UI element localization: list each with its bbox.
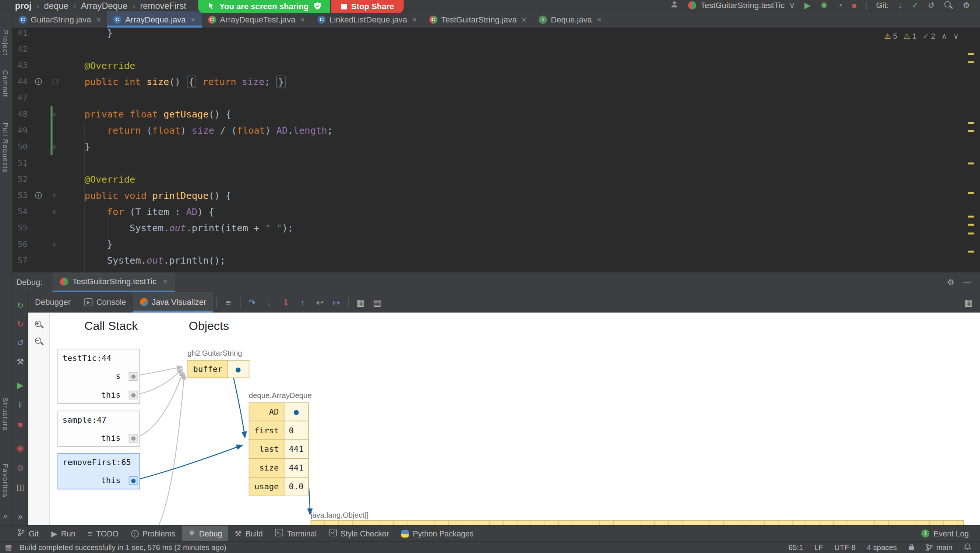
debug-session-tab[interactable]: TestGuitarString.testTic × xyxy=(52,273,175,292)
stack-frame-removefirst[interactable]: removeFirst:65this xyxy=(57,453,140,489)
force-step-into-icon[interactable]: ⇓ xyxy=(278,297,294,307)
minimize-icon[interactable]: — xyxy=(963,277,971,287)
settings-gear-icon[interactable]: ⚙ xyxy=(963,1,970,10)
error-stripe-mark[interactable] xyxy=(968,53,974,55)
step-out-icon[interactable]: ↑ xyxy=(294,297,312,307)
rail-more-icon[interactable]: » xyxy=(3,512,7,520)
rail-item-commit[interactable]: Commit xyxy=(2,70,9,97)
step-into-icon[interactable]: ↓ xyxy=(261,297,278,307)
close-icon[interactable]: × xyxy=(301,15,305,24)
filter-icon[interactable]: ▤ xyxy=(369,297,386,307)
rerun-icon[interactable]: ↻ xyxy=(13,301,28,310)
toolwindow-button-debug[interactable]: Debug xyxy=(181,526,228,541)
close-icon[interactable]: × xyxy=(597,15,601,24)
stack-frame-testtic[interactable]: testTic:44sthis xyxy=(57,349,140,403)
notifications-bell-icon[interactable] xyxy=(964,543,971,552)
editor-tab-testguitarstring[interactable]: CTestGuitarString.java× xyxy=(423,11,533,28)
settings-wrench-icon[interactable]: ⚒ xyxy=(13,357,28,366)
breadcrumb-item[interactable]: removeFirst xyxy=(140,0,186,10)
mute-breakpoints-icon[interactable]: ⊘ xyxy=(13,463,28,472)
rerun-failed-icon[interactable]: ↻ xyxy=(13,320,28,329)
rail-item-favorites[interactable]: Favorites xyxy=(2,464,9,498)
view-breakpoints-icon[interactable]: ◉ xyxy=(13,443,28,453)
error-stripe-mark[interactable] xyxy=(968,192,974,194)
debugger-tab-java-visualizer[interactable]: Java Visualizer xyxy=(133,292,213,312)
stack-frame-sample[interactable]: sample:47this xyxy=(57,411,140,446)
restart-icon[interactable]: ↺ xyxy=(13,338,28,347)
fold-end-icon[interactable]: ∧ xyxy=(52,236,56,253)
fold-end-icon[interactable]: ∧ xyxy=(52,139,56,155)
close-icon[interactable]: × xyxy=(163,277,167,286)
prev-problem-icon[interactable]: ∧ xyxy=(941,32,947,41)
fold-collapse-icon[interactable]: ∨ xyxy=(52,187,56,204)
resume-icon[interactable]: ▶ xyxy=(13,381,28,390)
override-gutter-icon[interactable]: ↑ xyxy=(35,192,42,199)
error-stripe-mark[interactable] xyxy=(968,233,974,234)
next-problem-icon[interactable]: ∨ xyxy=(953,32,959,41)
editor-tab-guitarstring[interactable]: CGuitarString.java× xyxy=(13,11,107,28)
drop-frame-icon[interactable]: ↩ xyxy=(311,297,328,307)
settings-gear-icon[interactable]: ⚙ xyxy=(947,277,955,287)
step-over-icon[interactable]: ↷ xyxy=(244,297,261,307)
editor-tab-linkedlistdeque[interactable]: CLinkedListDeque.java× xyxy=(312,11,423,28)
vcs-commit-icon[interactable]: ✓ xyxy=(912,1,918,10)
rail-item-pull-requests[interactable]: Pull Requests xyxy=(2,123,9,173)
evaluate-icon[interactable]: ▦ xyxy=(352,297,369,307)
close-icon[interactable]: × xyxy=(96,15,101,24)
fold-collapse-icon[interactable]: ∨ xyxy=(52,107,56,123)
run-configuration-select[interactable]: TestGuitarString.testTic ∨ xyxy=(688,1,795,10)
toolwindow-button-build[interactable]: ⚒Build xyxy=(228,526,269,541)
more-icon[interactable]: » xyxy=(13,512,28,521)
breadcrumb-item[interactable]: proj xyxy=(15,0,32,10)
toolwindow-button-terminal[interactable]: Terminal xyxy=(269,526,323,541)
stop-icon[interactable]: ■ xyxy=(13,419,28,429)
debugger-tab-console[interactable]: ▶Console xyxy=(78,292,133,312)
override-gutter-icon[interactable]: ↑ xyxy=(35,78,42,85)
rail-item-project[interactable]: Project xyxy=(2,30,9,56)
layout-settings-icon[interactable]: ▦ xyxy=(964,297,980,307)
caret-position[interactable]: 65:1 xyxy=(789,543,803,552)
layout-menu-icon[interactable]: ≡ xyxy=(220,297,237,307)
history-icon[interactable]: ↺ xyxy=(928,1,935,10)
debug-button[interactable] xyxy=(820,0,828,10)
toolwindow-button-python-packages[interactable]: Python Packages xyxy=(395,526,480,541)
error-stripe-mark[interactable] xyxy=(968,224,974,226)
toolwindow-button-style-checker[interactable]: Style Checker xyxy=(323,526,395,541)
toolwindow-button-git[interactable]: Git xyxy=(11,526,45,541)
run-button[interactable]: ▶ xyxy=(804,1,811,10)
thread-dump-icon[interactable]: ◫ xyxy=(13,483,28,492)
inspections-widget[interactable]: ⚠ 5 ⚠ 1 ✓ 2 ∧ ∨ xyxy=(884,32,959,41)
stop-share-button[interactable]: Stop Share xyxy=(331,0,404,13)
error-stripe-mark[interactable] xyxy=(968,122,974,124)
line-ending[interactable]: LF xyxy=(815,543,823,552)
error-stripe-mark[interactable] xyxy=(968,61,974,63)
error-stripe-mark[interactable] xyxy=(968,130,974,132)
editor-tab-deque[interactable]: IDeque.java× xyxy=(533,11,608,28)
close-icon[interactable]: × xyxy=(412,15,417,24)
toolwindow-button-run[interactable]: ▶Run xyxy=(45,526,81,541)
file-encoding[interactable]: UTF-8 xyxy=(834,543,856,552)
error-stripe-mark[interactable] xyxy=(968,163,974,164)
toolwindow-button-problems[interactable]: !Problems xyxy=(125,526,181,541)
fold-collapse-icon[interactable]: ∨ xyxy=(52,204,56,220)
code-editor[interactable]: 41 }4243 @Override44↑ public int size() … xyxy=(13,28,980,272)
editor-tab-arraydequetest[interactable]: CArrayDequeTest.java× xyxy=(202,11,312,28)
editor-tab-arraydeque[interactable]: CArrayDeque.java× xyxy=(107,11,202,28)
close-icon[interactable]: × xyxy=(522,15,527,24)
debugger-tab-debugger[interactable]: Debugger xyxy=(28,292,77,312)
breadcrumb-item[interactable]: deque xyxy=(44,0,68,10)
breadcrumb-item[interactable]: ArrayDeque xyxy=(81,0,128,10)
error-stripe-mark[interactable] xyxy=(968,216,974,218)
toolwindow-switcher-icon[interactable]: ▦ xyxy=(5,543,12,552)
zoom-in-icon[interactable]: + xyxy=(34,320,43,329)
toolwindow-button-todo[interactable]: ≡TODO xyxy=(82,526,125,541)
account-icon[interactable] xyxy=(670,0,679,11)
indent-setting[interactable]: 4 spaces xyxy=(867,543,897,552)
event-log-button[interactable]: 1 Event Log xyxy=(921,526,980,541)
folded-region-icon[interactable] xyxy=(52,79,58,84)
vcs-update-icon[interactable]: ↓ xyxy=(898,1,902,10)
run-to-cursor-icon[interactable]: ↦ xyxy=(328,297,345,307)
zoom-out-icon[interactable]: − xyxy=(34,337,43,346)
error-stripe-mark[interactable] xyxy=(968,251,974,253)
stop-button[interactable]: ■ xyxy=(852,1,857,10)
